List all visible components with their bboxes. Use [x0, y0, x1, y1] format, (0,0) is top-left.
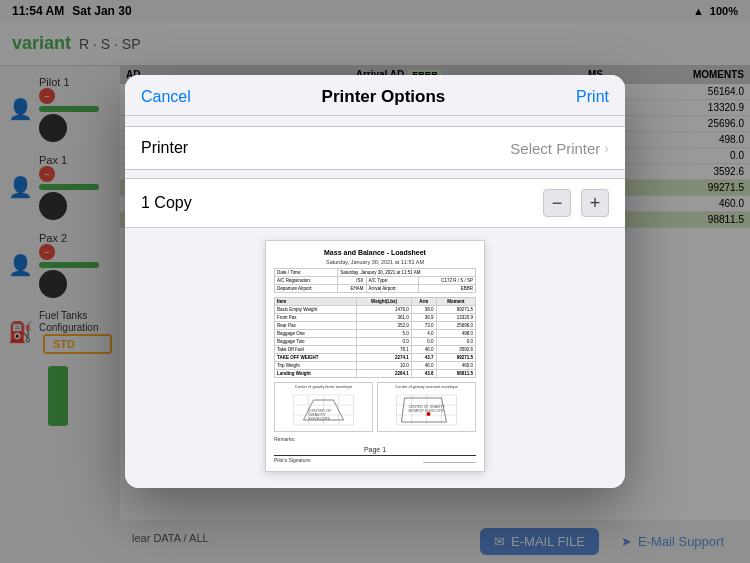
charts-row: Center of gravity limits envelope	[274, 382, 476, 432]
print-button[interactable]: Print	[576, 88, 609, 106]
signature-placeholder: ___________________	[423, 457, 476, 463]
cg-limits-inner: CENTER OF GRAVITY ENVELOPE	[275, 390, 372, 430]
cg-moment-title: Center of gravity moment envelope	[378, 383, 475, 390]
cg-limits-title: Center of gravity limits envelope	[275, 383, 372, 390]
doc-datetime: Saturday, January 30, 2021 at 11:51 AM	[274, 259, 476, 265]
cg-moment-svg: CENTER OF GRAVITY MOMENT ENVELOPE	[378, 390, 475, 430]
printer-options-modal: Cancel Printer Options Print Printer Sel…	[125, 75, 625, 488]
plus-button[interactable]: +	[581, 189, 609, 217]
preview-content: Mass and Balance - Loadsheet Saturday, J…	[274, 249, 476, 463]
preview-area: Mass and Balance - Loadsheet Saturday, J…	[125, 228, 625, 488]
cancel-button[interactable]: Cancel	[141, 88, 191, 106]
svg-text:ENVELOPE: ENVELOPE	[309, 416, 331, 421]
remarks-line: Remarks:	[274, 436, 476, 442]
modal-title: Printer Options	[322, 87, 446, 107]
printer-label: Printer	[141, 139, 188, 157]
copies-label: 1 Copy	[141, 194, 192, 212]
svg-point-25	[427, 412, 431, 416]
copies-row: 1 Copy − +	[125, 178, 625, 228]
signature-label: Pilot's Signature:	[274, 457, 311, 463]
printer-select[interactable]: Select Printer ›	[510, 140, 609, 157]
svg-text:MOMENT ENVELOPE: MOMENT ENVELOPE	[409, 409, 445, 413]
cg-moment-inner: CENTER OF GRAVITY MOMENT ENVELOPE	[378, 390, 475, 430]
cg-limits-svg: CENTER OF GRAVITY ENVELOPE	[275, 390, 372, 430]
doc-title: Mass and Balance - Loadsheet	[274, 249, 476, 256]
page-label: Page 1	[274, 446, 476, 453]
doc-weight-table: Item Weight(Lbs) Arm Moment Basic Empty …	[274, 297, 476, 378]
doc-info-table: Date / Time: Saturday, January 30, 2021 …	[274, 268, 476, 293]
cg-limits-chart: Center of gravity limits envelope	[274, 382, 373, 432]
select-printer-label: Select Printer	[510, 140, 600, 157]
chevron-right-icon: ›	[604, 140, 609, 156]
signature-line: Pilot's Signature: ___________________	[274, 455, 476, 463]
modal-body: Printer Select Printer › 1 Copy − + Mass	[125, 126, 625, 488]
printer-row[interactable]: Printer Select Printer ›	[125, 126, 625, 170]
cg-moment-chart: Center of gravity moment envelope	[377, 382, 476, 432]
copies-stepper: − +	[543, 189, 609, 217]
modal-header: Cancel Printer Options Print	[125, 75, 625, 116]
preview-page: Mass and Balance - Loadsheet Saturday, J…	[265, 240, 485, 472]
modal-overlay: Cancel Printer Options Print Printer Sel…	[0, 0, 750, 563]
minus-button[interactable]: −	[543, 189, 571, 217]
